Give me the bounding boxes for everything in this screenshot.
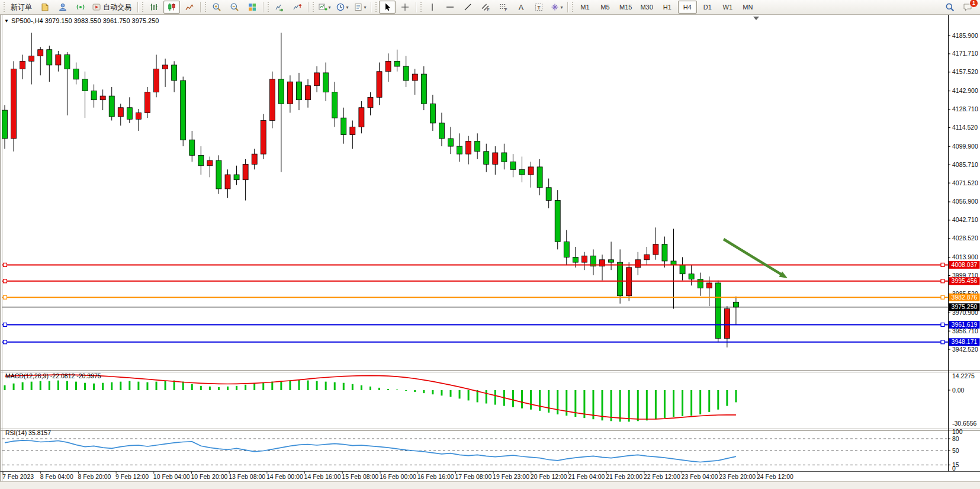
time-tick-label: 23 Feb 20:00 xyxy=(719,473,756,480)
chat-button[interactable]: 1 xyxy=(959,1,976,14)
candle-body xyxy=(47,50,52,65)
price-axis[interactable]: 4185.9004171.7104157.5204142.9004128.710… xyxy=(948,15,980,472)
dropdown-arrow-icon[interactable]: ▾ xyxy=(364,5,366,10)
horizontal-line-button[interactable] xyxy=(442,1,458,14)
candle-body xyxy=(65,54,70,69)
hline-right-handle[interactable] xyxy=(941,295,944,299)
macd-pane-splitter[interactable] xyxy=(0,371,980,372)
text-button[interactable]: A xyxy=(513,1,529,14)
hline-right-handle[interactable] xyxy=(941,323,944,326)
dropdown-arrow-icon[interactable]: ▾ xyxy=(328,5,330,10)
signals-icon[interactable] xyxy=(72,1,89,14)
trendline-button[interactable] xyxy=(460,1,476,14)
candle-body xyxy=(189,140,195,155)
crosshair-button[interactable] xyxy=(397,1,413,14)
hline-3961.619[interactable] xyxy=(2,323,948,326)
candle-body xyxy=(56,54,61,65)
tf-h4-button[interactable]: H4 xyxy=(678,1,697,14)
rsi-pane-splitter[interactable] xyxy=(0,429,980,431)
cursor-button[interactable] xyxy=(379,1,396,14)
autotrade-button[interactable]: 自动交易 xyxy=(90,1,135,14)
time-axis[interactable]: 7 Feb 20238 Feb 04:008 Feb 20:009 Feb 12… xyxy=(2,471,793,480)
hline-right-handle[interactable] xyxy=(941,340,944,344)
chart-canvas[interactable]: 4185.9004171.7104157.5204142.9004128.710… xyxy=(0,15,980,484)
auto-scroll-button[interactable] xyxy=(271,1,288,14)
hline-right-handle[interactable] xyxy=(941,263,944,266)
tf-m1-button[interactable]: M1 xyxy=(576,1,595,14)
tf-mn-button[interactable]: MN xyxy=(738,1,757,14)
trend-arrow-annotation[interactable] xyxy=(724,239,788,278)
toolbar-grip[interactable] xyxy=(204,2,207,12)
tf-m5-button[interactable]: M5 xyxy=(596,1,615,14)
shapes-button[interactable]: ▾ xyxy=(548,1,565,14)
tf-m30-button[interactable]: M30 xyxy=(637,1,656,14)
bar-chart-button[interactable] xyxy=(146,1,162,14)
deposit-icon[interactable] xyxy=(37,1,53,14)
hline-4008.037[interactable] xyxy=(2,263,948,266)
tf-w1-button[interactable]: W1 xyxy=(718,1,737,14)
fibonacci-button[interactable]: F xyxy=(495,1,512,14)
chart-menu-triangle-icon[interactable]: ▼ xyxy=(4,18,9,24)
toolbar-grip[interactable] xyxy=(312,2,314,12)
cursor-icon xyxy=(383,2,392,12)
hline-3995.456[interactable] xyxy=(2,279,948,283)
periods-button[interactable]: ▾ xyxy=(334,1,351,14)
toolbar-grip[interactable] xyxy=(420,2,422,12)
toolbar-group xyxy=(145,0,198,14)
candlestick-chart-button[interactable] xyxy=(163,1,180,14)
candle-body xyxy=(644,255,650,260)
zoom-in-button[interactable] xyxy=(208,1,225,14)
new-order-button[interactable]: 新订单 xyxy=(7,1,36,14)
line-chart-button[interactable] xyxy=(181,1,198,14)
candle-body xyxy=(680,265,685,274)
zoom-in-icon xyxy=(212,2,221,12)
hline-left-handle[interactable] xyxy=(4,279,7,283)
hline-3948.171[interactable] xyxy=(2,340,948,344)
hline-left-handle[interactable] xyxy=(4,323,7,326)
chart-shift-button[interactable] xyxy=(289,1,306,14)
chart-shift-marker-icon[interactable] xyxy=(753,17,759,20)
bar-chart-icon xyxy=(149,2,159,12)
tf-d1-button[interactable]: D1 xyxy=(698,1,717,14)
toolbar-grip[interactable] xyxy=(142,2,144,12)
hline-3982.876[interactable] xyxy=(2,295,948,299)
time-tick-label: 23 Feb 04:00 xyxy=(682,473,718,480)
hline-right-handle[interactable] xyxy=(941,279,944,283)
templates-button[interactable]: ▾ xyxy=(352,1,368,14)
hline-objects[interactable] xyxy=(2,263,948,343)
hline-left-handle[interactable] xyxy=(4,340,7,344)
label-button[interactable]: T xyxy=(531,1,547,14)
candlestick-series xyxy=(2,33,739,347)
chart-shift-icon xyxy=(293,2,302,12)
price-tick-label: 4056.900 xyxy=(952,198,978,205)
indicators-button[interactable]: ▾ xyxy=(316,1,333,14)
candle-body xyxy=(653,244,658,255)
candle-body xyxy=(2,110,8,139)
dropdown-arrow-icon[interactable]: ▾ xyxy=(346,5,348,10)
accounts-icon[interactable] xyxy=(54,1,71,14)
toolbar-separator xyxy=(200,2,201,12)
tf-m15-button[interactable]: M15 xyxy=(616,1,635,14)
channel-button[interactable]: E xyxy=(477,1,494,14)
candle-body xyxy=(73,69,79,79)
chart-svg[interactable]: 4185.9004171.7104157.5204142.9004128.710… xyxy=(0,15,980,481)
dropdown-arrow-icon[interactable]: ▾ xyxy=(560,5,563,10)
tile-windows-button[interactable] xyxy=(244,1,261,14)
toolbar-grip[interactable] xyxy=(267,2,269,12)
search-button[interactable] xyxy=(942,1,958,14)
time-tick-label: 24 Feb 12:00 xyxy=(757,473,793,480)
zoom-out-button[interactable] xyxy=(226,1,243,14)
candlestick-chart-icon xyxy=(167,2,176,12)
candle-body xyxy=(198,155,204,165)
toolbar-grip[interactable] xyxy=(375,2,377,12)
hline-left-handle[interactable] xyxy=(4,263,7,266)
vertical-line-button[interactable] xyxy=(424,1,441,14)
toolbar-grip[interactable] xyxy=(3,2,5,12)
deposit-icon-icon xyxy=(40,2,50,12)
chart-window[interactable]: ▼SP500-,H4 3979.150 3983.550 3961.750 39… xyxy=(0,15,980,481)
toolbar-grip[interactable] xyxy=(571,2,574,12)
tf-h1-button[interactable]: H1 xyxy=(658,1,677,14)
candle-body xyxy=(618,262,623,296)
hline-left-handle[interactable] xyxy=(4,295,7,299)
candle-body xyxy=(20,61,25,69)
